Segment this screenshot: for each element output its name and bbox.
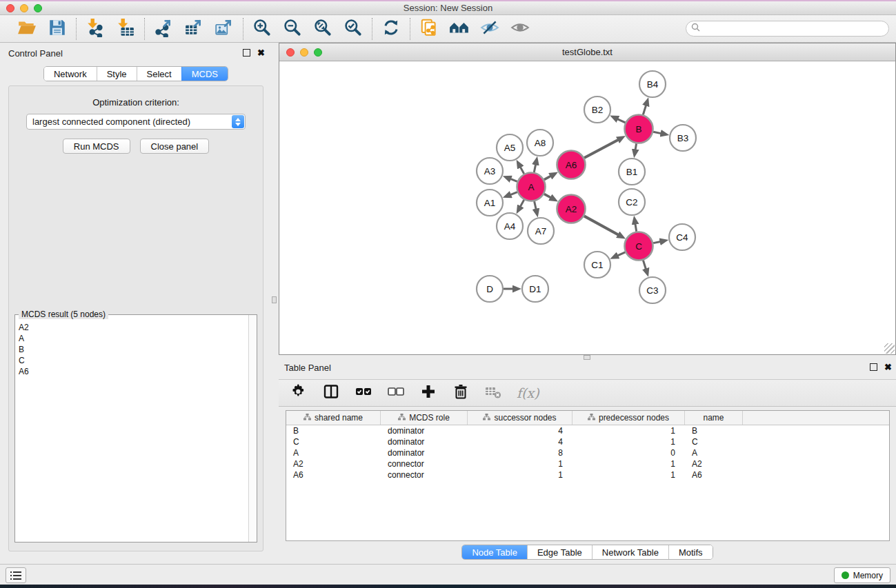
hide-selected-button[interactable] — [479, 19, 500, 39]
graph-node-A[interactable]: A — [517, 173, 546, 201]
show-columns-button[interactable] — [322, 384, 340, 402]
table-cell[interactable]: A2 — [685, 458, 743, 469]
table-cell[interactable]: 1 — [573, 436, 685, 447]
edge-B-B4[interactable] — [643, 105, 646, 115]
result-list-item[interactable]: A — [19, 333, 248, 344]
edge-B-B2[interactable] — [617, 119, 626, 123]
table-cell[interactable]: A6 — [685, 469, 743, 480]
graph-node-C2[interactable]: C2 — [619, 189, 645, 215]
table-cell[interactable]: 8 — [468, 447, 573, 458]
tab-select[interactable]: Select — [137, 67, 181, 81]
table-row[interactable]: Adominator80A — [286, 447, 889, 458]
table-cell[interactable]: 1 — [573, 458, 685, 469]
graph-node-B4[interactable]: B4 — [639, 71, 666, 97]
tab-style[interactable]: Style — [97, 67, 137, 81]
new-network-from-selection-button[interactable] — [419, 19, 439, 39]
table-cell[interactable]: connector — [381, 469, 468, 480]
graph-node-C4[interactable]: C4 — [669, 224, 695, 250]
edge-C-C2[interactable] — [635, 224, 637, 232]
graph-node-B1[interactable]: B1 — [619, 159, 645, 185]
close-panel-button[interactable]: Close panel — [140, 139, 210, 154]
horizontal-split-handle[interactable] — [584, 355, 590, 360]
edge-A-A8[interactable] — [534, 164, 535, 172]
close-panel-icon[interactable]: ✖ — [257, 49, 265, 57]
column-header-MCDS-role[interactable]: MCDS role — [381, 411, 468, 425]
edge-A-A3[interactable] — [510, 179, 517, 181]
result-list-item[interactable]: C — [19, 355, 248, 366]
column-header-shared-name[interactable]: shared name — [286, 411, 381, 425]
memory-button[interactable]: Memory — [834, 567, 890, 583]
graph-node-A8[interactable]: A8 — [527, 130, 553, 156]
criterion-dropdown[interactable]: largest connected component (directed) — [26, 114, 246, 130]
edge-A-A7[interactable] — [535, 201, 537, 210]
graph-node-A7[interactable]: A7 — [528, 218, 554, 244]
save-session-button[interactable] — [47, 19, 68, 39]
table-cell[interactable]: B — [685, 425, 743, 436]
graph-node-A5[interactable]: A5 — [497, 134, 523, 161]
table-cell[interactable]: dominator — [381, 425, 468, 436]
column-header-name[interactable]: name — [685, 411, 743, 425]
network-canvas[interactable]: B4B2BB3A8A5A6A3B1AA1C2A2A4A7C4CC1C3DD1 — [279, 62, 895, 354]
table-cell[interactable]: 4 — [468, 436, 573, 447]
search-field[interactable] — [701, 23, 888, 35]
tab-mcds[interactable]: MCDS — [181, 67, 228, 81]
column-header-predecessor-nodes[interactable]: predecessor nodes — [573, 411, 685, 425]
edge-B-B1[interactable] — [635, 143, 636, 150]
result-list-item[interactable]: B — [19, 344, 248, 355]
edge-B-B3[interactable] — [653, 132, 661, 133]
zoom-selected-button[interactable] — [343, 19, 364, 39]
graph-node-A3[interactable]: A3 — [477, 158, 503, 184]
network-graph[interactable]: B4B2BB3A8A5A6A3B1AA1C2A2A4A7C4CC1C3DD1 — [279, 62, 895, 354]
result-list-item[interactable]: A6 — [19, 366, 248, 377]
table-cell[interactable]: dominator — [381, 447, 468, 458]
edge-C-C1[interactable] — [617, 252, 625, 256]
table-row[interactable]: Bdominator41B — [286, 425, 889, 436]
table-float-panel-icon[interactable] — [870, 363, 877, 371]
apply-layout-button[interactable] — [381, 19, 401, 39]
graph-node-D1[interactable]: D1 — [522, 276, 548, 302]
edge-C-C3[interactable] — [643, 261, 646, 270]
table-cell[interactable]: 4 — [468, 425, 573, 436]
select-all-rows-button[interactable] — [355, 384, 372, 402]
table-cell[interactable]: C — [685, 436, 743, 447]
export-network-button[interactable] — [153, 19, 174, 39]
tab-node-table[interactable]: Node Table — [462, 545, 527, 559]
window-resize-grip[interactable] — [884, 343, 895, 354]
graph-node-A1[interactable]: A1 — [477, 190, 503, 216]
table-cell[interactable]: dominator — [381, 436, 468, 447]
table-cell[interactable]: 0 — [573, 447, 685, 458]
table-close-panel-icon[interactable]: ✖ — [884, 363, 892, 371]
edge-A-A1[interactable] — [510, 192, 517, 195]
show-all-button[interactable] — [510, 19, 530, 39]
table-row[interactable]: A2connector11A2 — [286, 458, 889, 469]
zoom-fit-button[interactable] — [312, 19, 333, 39]
edge-A-A2[interactable] — [544, 194, 551, 197]
table-row[interactable]: A6connector11A6 — [286, 469, 889, 480]
table-cell[interactable]: 1 — [573, 425, 685, 436]
home-button[interactable] — [449, 19, 470, 39]
float-panel-icon[interactable] — [243, 49, 250, 57]
graph-node-A6[interactable]: A6 — [557, 151, 586, 179]
graph-node-A4[interactable]: A4 — [497, 213, 523, 239]
graph-node-A2[interactable]: A2 — [557, 195, 586, 223]
table-cell[interactable]: connector — [381, 458, 468, 469]
graph-node-C[interactable]: C — [625, 232, 653, 261]
node-table[interactable]: shared nameMCDS rolesuccessor nodesprede… — [286, 410, 890, 541]
table-row[interactable]: Cdominator41C — [286, 436, 889, 447]
network-window-titlebar[interactable]: testGlobe.txt — [279, 43, 895, 61]
tab-network[interactable]: Network — [44, 67, 97, 81]
edge-A2-C[interactable] — [584, 216, 619, 234]
table-cell[interactable]: C — [286, 436, 381, 447]
table-cell[interactable]: A6 — [286, 469, 381, 480]
mcds-result-list[interactable]: A2ABCA6 — [15, 319, 248, 542]
task-history-button[interactable] — [6, 567, 26, 583]
table-cell[interactable]: A — [685, 447, 743, 458]
open-file-button[interactable] — [17, 19, 37, 39]
edge-C-C4[interactable] — [653, 241, 661, 243]
zoom-in-button[interactable] — [252, 19, 272, 39]
edge-A-A6[interactable] — [544, 176, 551, 179]
search-input[interactable] — [686, 21, 889, 37]
graph-node-B[interactable]: B — [625, 115, 653, 143]
graph-node-B2[interactable]: B2 — [584, 97, 610, 123]
import-network-button[interactable] — [85, 19, 106, 39]
